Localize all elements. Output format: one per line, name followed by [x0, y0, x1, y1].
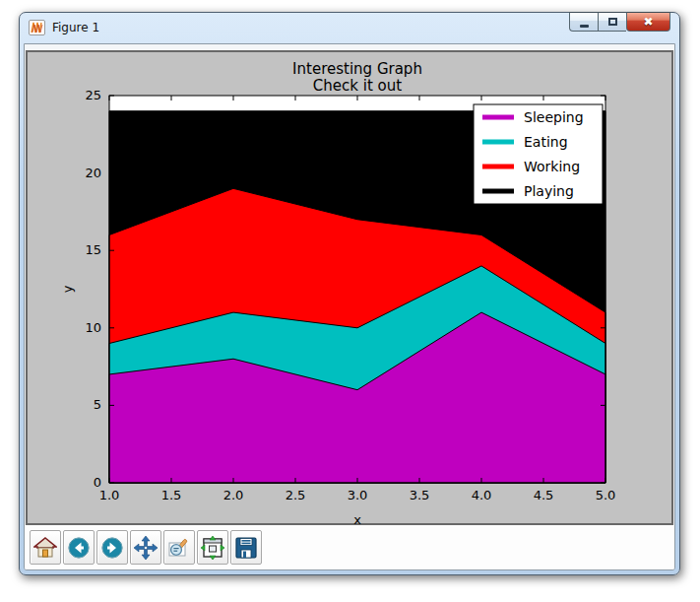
save-button[interactable]: [230, 530, 262, 565]
save-icon: [234, 536, 258, 560]
svg-text:2.5: 2.5: [286, 488, 306, 502]
zoom-button[interactable]: [163, 530, 195, 565]
maximize-icon: [608, 18, 617, 26]
svg-text:Eating: Eating: [524, 134, 568, 150]
svg-text:Interesting Graph: Interesting Graph: [292, 60, 422, 78]
svg-text:Sleeping: Sleeping: [524, 109, 584, 125]
svg-text:1.5: 1.5: [161, 488, 182, 502]
svg-text:y: y: [60, 285, 75, 293]
svg-text:3.5: 3.5: [410, 488, 430, 502]
svg-text:2.0: 2.0: [223, 488, 244, 502]
svg-text:15: 15: [85, 242, 101, 257]
svg-text:20: 20: [85, 166, 101, 180]
minimize-button[interactable]: [569, 12, 598, 32]
svg-text:Working: Working: [524, 159, 580, 174]
svg-text:1.0: 1.0: [99, 488, 120, 502]
svg-text:10: 10: [85, 320, 101, 335]
stacked-area-chart: 1.01.52.02.53.03.54.04.55.00510152025Int…: [28, 52, 673, 527]
svg-text:5: 5: [94, 397, 101, 412]
close-icon: ✖: [643, 15, 653, 29]
svg-text:Playing: Playing: [524, 183, 574, 199]
figure-canvas[interactable]: 1.01.52.02.53.03.54.04.55.00510152025Int…: [26, 50, 673, 525]
zoom-rect-icon: [167, 536, 191, 560]
minimize-icon: [580, 25, 589, 28]
window-content: 1.01.52.02.53.03.54.04.55.00510152025Int…: [24, 43, 675, 570]
navigation-toolbar: [25, 525, 674, 569]
back-icon: [67, 536, 91, 560]
configure-subplots-icon: [200, 535, 225, 561]
svg-text:0: 0: [94, 475, 101, 490]
back-button[interactable]: [63, 530, 95, 565]
figure-window: Figure 1 ✖ 1.01.52.02.53.03.54.04.55.005…: [19, 12, 680, 575]
title-bar[interactable]: Figure 1 ✖: [20, 13, 679, 42]
svg-text:3.0: 3.0: [348, 488, 368, 502]
svg-text:Check it out: Check it out: [313, 77, 402, 95]
svg-text:4.0: 4.0: [472, 488, 492, 502]
pan-arrows-icon: [133, 535, 159, 561]
svg-text:25: 25: [85, 88, 101, 102]
window-controls: ✖: [569, 12, 670, 32]
maximize-button[interactable]: [598, 12, 626, 32]
window-title: Figure 1: [52, 21, 99, 34]
svg-text:x: x: [353, 512, 361, 527]
forward-icon: [100, 536, 124, 560]
home-icon: [33, 536, 57, 560]
matplotlib-logo-icon: [29, 20, 45, 35]
svg-text:4.5: 4.5: [534, 488, 554, 502]
close-button[interactable]: ✖: [626, 12, 670, 32]
svg-text:5.0: 5.0: [596, 488, 616, 502]
pan-button[interactable]: [130, 530, 161, 565]
configure-subplots-button[interactable]: [197, 530, 228, 565]
forward-button[interactable]: [96, 530, 128, 565]
home-button[interactable]: [30, 530, 61, 565]
